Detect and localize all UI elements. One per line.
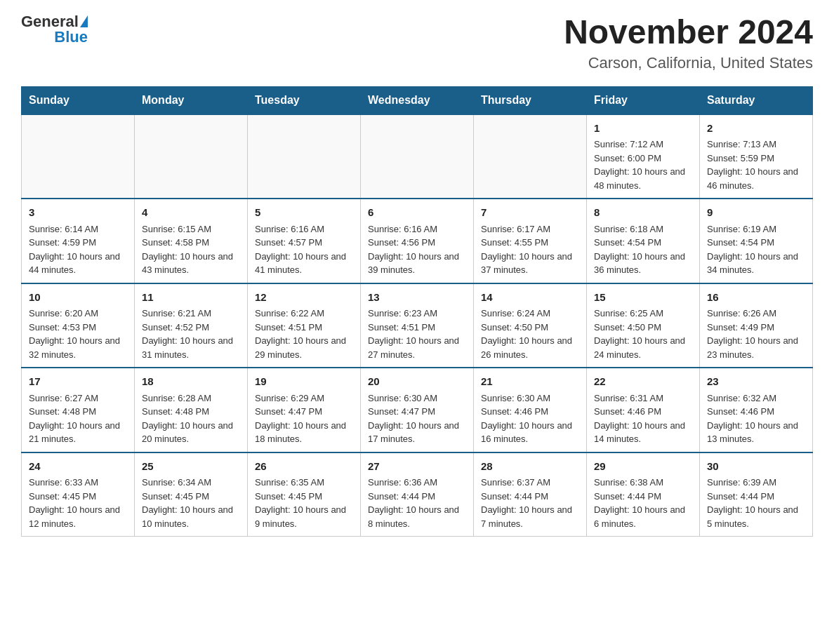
logo-general: General: [21, 14, 79, 29]
calendar-cell: 30Sunrise: 6:39 AMSunset: 4:44 PMDayligh…: [700, 452, 813, 537]
calendar-week-row: 3Sunrise: 6:14 AMSunset: 4:59 PMDaylight…: [22, 199, 813, 283]
calendar-cell: 18Sunrise: 6:28 AMSunset: 4:48 PMDayligh…: [135, 368, 248, 452]
calendar-cell: 21Sunrise: 6:30 AMSunset: 4:46 PMDayligh…: [474, 368, 587, 452]
day-info: Sunrise: 6:15 AMSunset: 4:58 PMDaylight:…: [142, 222, 240, 277]
calendar-cell: 5Sunrise: 6:16 AMSunset: 4:57 PMDaylight…: [248, 199, 361, 283]
day-number: 1: [594, 121, 692, 137]
day-number: 12: [255, 290, 353, 306]
day-info: Sunrise: 6:31 AMSunset: 4:46 PMDaylight:…: [594, 391, 692, 446]
day-number: 27: [368, 459, 466, 475]
calendar-cell: 1Sunrise: 7:12 AMSunset: 6:00 PMDaylight…: [587, 114, 700, 199]
calendar-cell: 19Sunrise: 6:29 AMSunset: 4:47 PMDayligh…: [248, 368, 361, 452]
day-info: Sunrise: 6:26 AMSunset: 4:49 PMDaylight:…: [707, 307, 805, 361]
calendar-cell: 13Sunrise: 6:23 AMSunset: 4:51 PMDayligh…: [361, 283, 474, 368]
day-of-week-header: Tuesday: [248, 86, 361, 114]
day-info: Sunrise: 6:27 AMSunset: 4:48 PMDaylight:…: [29, 391, 127, 446]
calendar-cell: 25Sunrise: 6:34 AMSunset: 4:45 PMDayligh…: [135, 452, 248, 537]
day-number: 3: [29, 205, 127, 221]
day-of-week-header: Friday: [587, 86, 700, 114]
day-of-week-header: Monday: [135, 86, 248, 114]
calendar-cell: 6Sunrise: 6:16 AMSunset: 4:56 PMDaylight…: [361, 199, 474, 283]
calendar-cell: 4Sunrise: 6:15 AMSunset: 4:58 PMDaylight…: [135, 199, 248, 283]
day-info: Sunrise: 6:18 AMSunset: 4:54 PMDaylight:…: [594, 222, 692, 277]
day-info: Sunrise: 6:21 AMSunset: 4:52 PMDaylight:…: [142, 307, 240, 361]
calendar-cell: 27Sunrise: 6:36 AMSunset: 4:44 PMDayligh…: [361, 452, 474, 537]
day-number: 25: [142, 459, 240, 475]
logo-blue: Blue: [54, 29, 88, 45]
day-number: 2: [707, 121, 805, 137]
calendar-cell: 17Sunrise: 6:27 AMSunset: 4:48 PMDayligh…: [22, 368, 135, 452]
day-number: 15: [594, 290, 692, 306]
day-number: 16: [707, 290, 805, 306]
day-number: 13: [368, 290, 466, 306]
calendar-table: SundayMondayTuesdayWednesdayThursdayFrid…: [21, 86, 813, 537]
days-of-week-row: SundayMondayTuesdayWednesdayThursdayFrid…: [22, 86, 813, 114]
day-number: 23: [707, 374, 805, 390]
calendar-cell: 23Sunrise: 6:32 AMSunset: 4:46 PMDayligh…: [700, 368, 813, 452]
calendar-week-row: 17Sunrise: 6:27 AMSunset: 4:48 PMDayligh…: [22, 368, 813, 452]
day-info: Sunrise: 6:16 AMSunset: 4:57 PMDaylight:…: [255, 222, 353, 277]
day-number: 11: [142, 290, 240, 306]
day-info: Sunrise: 6:29 AMSunset: 4:47 PMDaylight:…: [255, 391, 353, 446]
day-of-week-header: Wednesday: [361, 86, 474, 114]
day-info: Sunrise: 6:30 AMSunset: 4:46 PMDaylight:…: [481, 391, 579, 446]
calendar-cell: 7Sunrise: 6:17 AMSunset: 4:55 PMDaylight…: [474, 199, 587, 283]
calendar-cell: 29Sunrise: 6:38 AMSunset: 4:44 PMDayligh…: [587, 452, 700, 537]
day-of-week-header: Sunday: [22, 86, 135, 114]
day-info: Sunrise: 6:25 AMSunset: 4:50 PMDaylight:…: [594, 307, 692, 361]
day-info: Sunrise: 6:38 AMSunset: 4:44 PMDaylight:…: [594, 476, 692, 530]
calendar-cell: 28Sunrise: 6:37 AMSunset: 4:44 PMDayligh…: [474, 452, 587, 537]
calendar-subtitle: Carson, California, United States: [564, 54, 813, 72]
day-info: Sunrise: 7:12 AMSunset: 6:00 PMDaylight:…: [594, 137, 692, 192]
calendar-cell: 8Sunrise: 6:18 AMSunset: 4:54 PMDaylight…: [587, 199, 700, 283]
day-info: Sunrise: 6:24 AMSunset: 4:50 PMDaylight:…: [481, 307, 579, 361]
calendar-cell: [135, 114, 248, 199]
day-info: Sunrise: 7:13 AMSunset: 5:59 PMDaylight:…: [707, 137, 805, 192]
calendar-cell: 9Sunrise: 6:19 AMSunset: 4:54 PMDaylight…: [700, 199, 813, 283]
day-number: 4: [142, 205, 240, 221]
calendar-cell: [22, 114, 135, 199]
day-number: 6: [368, 205, 466, 221]
day-of-week-header: Thursday: [474, 86, 587, 114]
day-number: 22: [594, 374, 692, 390]
day-number: 28: [481, 459, 579, 475]
day-info: Sunrise: 6:20 AMSunset: 4:53 PMDaylight:…: [29, 307, 127, 361]
calendar-cell: [474, 114, 587, 199]
calendar-title: November 2024: [564, 14, 813, 51]
calendar-header: SundayMondayTuesdayWednesdayThursdayFrid…: [22, 86, 813, 114]
day-number: 14: [481, 290, 579, 306]
day-info: Sunrise: 6:37 AMSunset: 4:44 PMDaylight:…: [481, 476, 579, 530]
day-number: 20: [368, 374, 466, 390]
day-number: 17: [29, 374, 127, 390]
day-info: Sunrise: 6:36 AMSunset: 4:44 PMDaylight:…: [368, 476, 466, 530]
day-number: 30: [707, 459, 805, 475]
day-info: Sunrise: 6:23 AMSunset: 4:51 PMDaylight:…: [368, 307, 466, 361]
day-info: Sunrise: 6:35 AMSunset: 4:45 PMDaylight:…: [255, 476, 353, 530]
calendar-cell: 20Sunrise: 6:30 AMSunset: 4:47 PMDayligh…: [361, 368, 474, 452]
day-info: Sunrise: 6:17 AMSunset: 4:55 PMDaylight:…: [481, 222, 579, 277]
day-number: 21: [481, 374, 579, 390]
day-of-week-header: Saturday: [700, 86, 813, 114]
page-header: General Blue November 2024 Carson, Calif…: [21, 14, 813, 72]
day-number: 19: [255, 374, 353, 390]
calendar-cell: 11Sunrise: 6:21 AMSunset: 4:52 PMDayligh…: [135, 283, 248, 368]
day-info: Sunrise: 6:28 AMSunset: 4:48 PMDaylight:…: [142, 391, 240, 446]
day-info: Sunrise: 6:22 AMSunset: 4:51 PMDaylight:…: [255, 307, 353, 361]
calendar-cell: [361, 114, 474, 199]
calendar-cell: 2Sunrise: 7:13 AMSunset: 5:59 PMDaylight…: [700, 114, 813, 199]
day-info: Sunrise: 6:32 AMSunset: 4:46 PMDaylight:…: [707, 391, 805, 446]
day-number: 9: [707, 205, 805, 221]
calendar-week-row: 10Sunrise: 6:20 AMSunset: 4:53 PMDayligh…: [22, 283, 813, 368]
day-number: 26: [255, 459, 353, 475]
day-info: Sunrise: 6:34 AMSunset: 4:45 PMDaylight:…: [142, 476, 240, 530]
logo: General Blue: [21, 14, 88, 45]
day-info: Sunrise: 6:30 AMSunset: 4:47 PMDaylight:…: [368, 391, 466, 446]
calendar-cell: 3Sunrise: 6:14 AMSunset: 4:59 PMDaylight…: [22, 199, 135, 283]
day-info: Sunrise: 6:16 AMSunset: 4:56 PMDaylight:…: [368, 222, 466, 277]
calendar-cell: 24Sunrise: 6:33 AMSunset: 4:45 PMDayligh…: [22, 452, 135, 537]
calendar-week-row: 24Sunrise: 6:33 AMSunset: 4:45 PMDayligh…: [22, 452, 813, 537]
day-number: 10: [29, 290, 127, 306]
calendar-cell: 12Sunrise: 6:22 AMSunset: 4:51 PMDayligh…: [248, 283, 361, 368]
calendar-cell: 26Sunrise: 6:35 AMSunset: 4:45 PMDayligh…: [248, 452, 361, 537]
title-block: November 2024 Carson, California, United…: [564, 14, 813, 72]
